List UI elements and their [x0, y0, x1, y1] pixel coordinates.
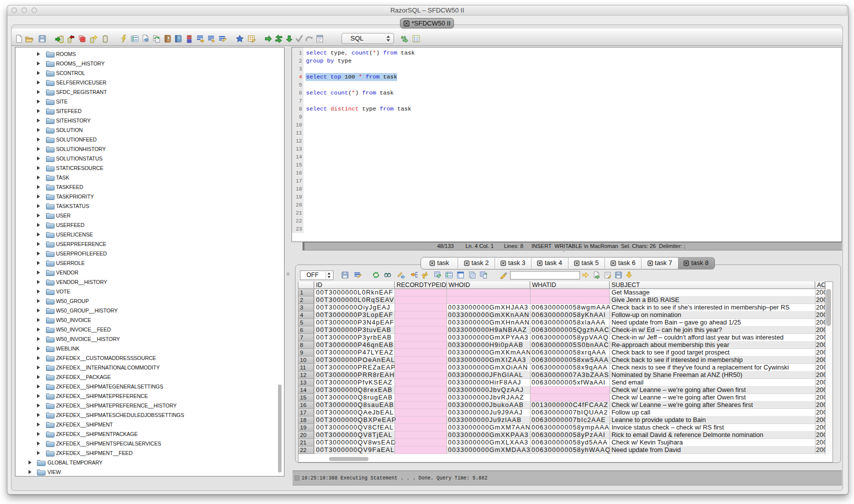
svg-text:66: 66: [401, 35, 406, 40]
